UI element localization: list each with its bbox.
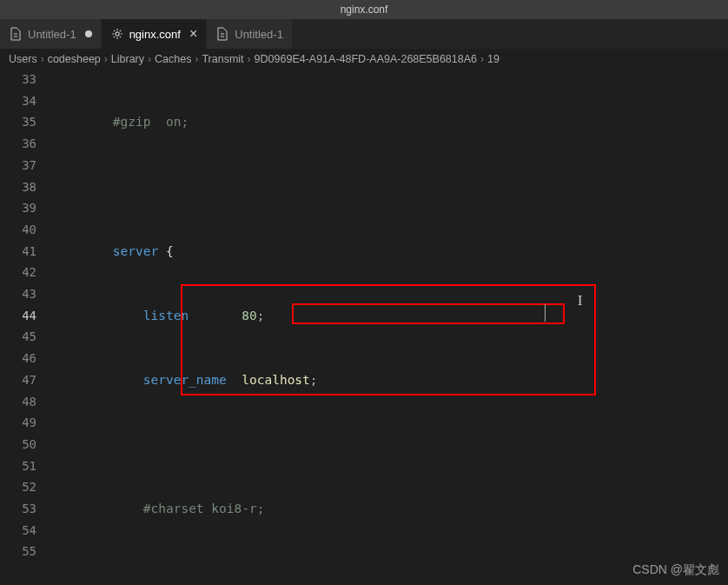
tab-untitled-1a[interactable]: Untitled-1 xyxy=(0,19,102,49)
breadcrumb-item[interactable]: Library xyxy=(111,53,144,65)
line-number: 43 xyxy=(0,283,52,305)
code-text: 80 xyxy=(189,309,257,322)
line-number: 39 xyxy=(0,197,52,219)
tab-label: Untitled-1 xyxy=(28,28,76,41)
chevron-right-icon: › xyxy=(248,53,251,65)
code-text xyxy=(52,562,728,584)
line-number: 37 xyxy=(0,155,52,176)
line-number: 47 xyxy=(0,369,52,391)
editor-caret xyxy=(545,304,546,322)
tab-nginx-conf[interactable]: nginx.conf × xyxy=(102,19,208,49)
breadcrumb-item[interactable]: 9D0969E4-A91A-48FD-AA9A-268E5B6818A6 xyxy=(255,53,477,65)
code-text: #charset koi8-r; xyxy=(52,502,264,515)
line-number: 53 xyxy=(0,498,52,520)
window-title-bar: nginx.conf xyxy=(0,0,728,19)
chevron-right-icon: › xyxy=(480,53,484,65)
gear-icon xyxy=(110,27,124,41)
line-number: 52 xyxy=(0,476,52,498)
file-icon xyxy=(9,27,23,41)
line-number-gutter: 3334353637383940414243444546474849505152… xyxy=(0,69,52,585)
chevron-right-icon: › xyxy=(195,53,198,65)
modified-dot-icon xyxy=(85,30,92,37)
line-number: 42 xyxy=(0,262,52,283)
breadcrumb-item[interactable]: Caches xyxy=(155,53,191,65)
watermark: CSDN @翟文彪 xyxy=(632,562,719,578)
code-editor[interactable]: 3334353637383940414243444546474849505152… xyxy=(0,69,728,585)
code-text xyxy=(52,434,728,455)
svg-point-0 xyxy=(115,32,118,36)
line-number: 36 xyxy=(0,133,52,155)
code-text: listen xyxy=(52,309,189,322)
line-number: 50 xyxy=(0,434,52,455)
line-number: 33 xyxy=(0,69,52,90)
line-number: 41 xyxy=(0,241,52,263)
line-number: 51 xyxy=(0,455,52,477)
line-number: 38 xyxy=(0,176,52,198)
code-text: { xyxy=(158,244,173,258)
window-title: nginx.conf xyxy=(341,3,388,16)
line-number: 54 xyxy=(0,520,52,542)
code-text: localhost xyxy=(227,373,310,387)
line-number: 44 xyxy=(0,305,52,327)
code-area[interactable]: #gzip on; server { listen 80; server_nam… xyxy=(52,69,728,585)
line-number: 55 xyxy=(0,541,52,562)
code-text: #gzip on; xyxy=(52,115,189,129)
file-icon xyxy=(215,27,229,41)
line-number: 46 xyxy=(0,348,52,369)
line-number: 48 xyxy=(0,391,52,413)
breadcrumb-item[interactable]: Transmit xyxy=(202,53,243,65)
line-number: 34 xyxy=(0,90,52,112)
tab-untitled-1b[interactable]: Untitled-1 xyxy=(207,19,293,49)
breadcrumb[interactable]: Users › codesheep › Library › Caches › T… xyxy=(0,50,728,69)
tab-bar: Untitled-1 nginx.conf × Untitled-1 xyxy=(0,19,728,50)
code-text: server_name xyxy=(52,373,227,387)
breadcrumb-item[interactable]: Users xyxy=(9,53,37,65)
chevron-right-icon: › xyxy=(104,53,108,65)
chevron-right-icon: › xyxy=(148,53,151,65)
line-number: 40 xyxy=(0,219,52,241)
chevron-right-icon: › xyxy=(41,53,44,65)
tab-label: nginx.conf xyxy=(129,28,181,41)
code-text xyxy=(52,176,728,198)
code-text: server xyxy=(52,244,158,258)
breadcrumb-item[interactable]: codesheep xyxy=(48,53,101,65)
breadcrumb-item[interactable]: 19 xyxy=(487,53,500,65)
line-number: 45 xyxy=(0,326,52,348)
tab-label: Untitled-1 xyxy=(235,28,283,41)
line-number: 35 xyxy=(0,111,52,133)
line-number: 49 xyxy=(0,412,52,434)
close-icon[interactable]: × xyxy=(189,27,197,41)
